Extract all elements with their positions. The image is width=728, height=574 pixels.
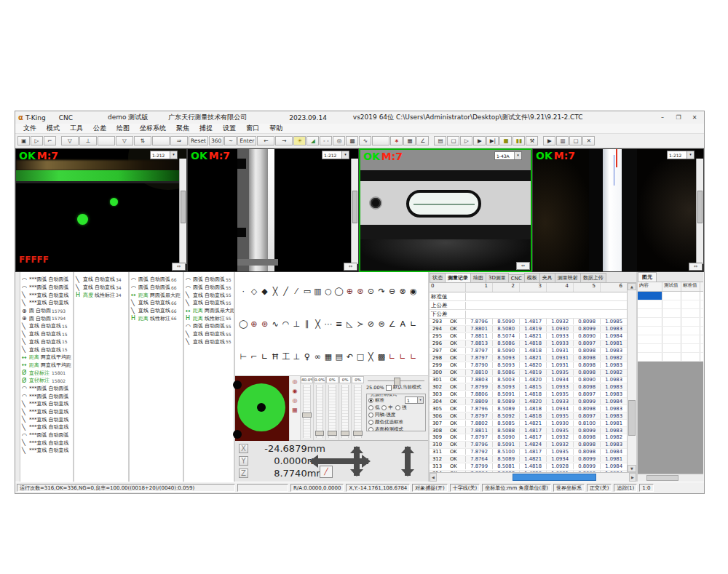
table-row[interactable]: 294OK7.88018.50801.48191.09300.80991.098… — [430, 326, 627, 333]
list-item[interactable]: ╲***直线自动直线 — [20, 447, 73, 455]
slope-chart-button[interactable]: ╱ — [320, 466, 333, 478]
list-item[interactable]: ◠***圆弧自动圆弧 — [20, 385, 73, 393]
camera4-resize-button[interactable]: ⇔ — [689, 263, 703, 271]
scroll-thumb[interactable] — [646, 475, 678, 481]
tab-数据上传[interactable]: 数据上传 — [580, 273, 606, 282]
list-item[interactable]: ◠***圆弧自动圆弧 — [20, 276, 73, 284]
slider-thumb[interactable] — [302, 412, 312, 418]
special-row-下公差[interactable]: 下公差 — [430, 310, 627, 319]
menu-item-7[interactable]: 捕捉 — [194, 124, 218, 133]
list-item[interactable]: ◠圆弧自动圆弧55 — [184, 276, 234, 284]
radio-option[interactable]: 表面检测模式 — [368, 426, 403, 432]
list-item[interactable]: ⊕圆自动圆15793 — [20, 307, 73, 315]
tool-icon[interactable]: ▭ — [302, 287, 313, 296]
tool-icon[interactable]: Ħ — [270, 352, 281, 362]
list-item[interactable]: ◠圆弧自动圆弧55 — [184, 284, 234, 292]
toolbar-save-3-button[interactable]: ▥ — [556, 136, 569, 146]
toolbar-new-path-button[interactable]: ⌐ — [44, 136, 56, 146]
slider-track[interactable] — [354, 385, 362, 438]
tool-icon[interactable]: ◉ — [408, 287, 419, 296]
detail-header-标准值[interactable]: 标准值 — [681, 282, 700, 291]
tab-模板[interactable]: 模板 — [524, 273, 540, 282]
toolbar-image-view-button[interactable]: ◢ — [306, 136, 319, 146]
tool-icon[interactable]: ▩ — [376, 352, 387, 362]
special-row-标准值[interactable]: 标准值 — [430, 292, 627, 301]
slider-track[interactable] — [316, 385, 324, 438]
detail-cell[interactable] — [638, 335, 662, 343]
toolbar-play-button[interactable]: ▶ — [473, 136, 486, 146]
detail-row[interactable] — [638, 353, 703, 362]
list-item[interactable]: ╲直线自动直线15 — [20, 346, 73, 354]
tool-icon[interactable]: ⋯ — [323, 319, 334, 329]
table-row[interactable]: 302OK7.87998.50931.48151.09330.80981.098… — [430, 383, 627, 391]
default-mode-checkbox[interactable] — [386, 385, 392, 391]
table-row[interactable]: 298OK7.87978.50931.48211.09310.80981.098… — [430, 355, 627, 362]
toolbar-dither-button[interactable]: ▦ — [403, 136, 416, 146]
tab-CNC[interactable]: CNC — [508, 274, 525, 282]
list-item[interactable]: ╲***直线自动直线 — [20, 400, 73, 408]
list-item[interactable]: ╲直线自动直线55 — [184, 299, 234, 307]
table-vscrollbar[interactable]: ▲ ▼ — [627, 283, 636, 472]
table-row[interactable]: 299OK7.87908.50931.48201.09310.80981.098… — [430, 362, 627, 370]
jog-z-arrow[interactable] — [405, 447, 411, 476]
detail-row[interactable] — [638, 292, 703, 300]
list-item[interactable]: ╲直线自动直线66 — [130, 307, 183, 315]
list-item[interactable]: ╲***直线自动直线 — [20, 291, 73, 299]
mode-dropdown[interactable]: 1▾ — [405, 396, 424, 404]
table-row[interactable]: 306OK7.87978.50921.48181.09350.80971.098… — [430, 412, 627, 420]
tab-夹具[interactable]: 夹具 — [539, 273, 555, 282]
chevron-down-icon[interactable]: ▾ — [687, 151, 694, 159]
table-row[interactable]: 305OK7.87968.50891.48181.09340.80981.098… — [430, 405, 627, 412]
tool-icon[interactable]: A — [397, 319, 408, 329]
detail-row[interactable] — [638, 344, 703, 353]
tool-icon[interactable]: ∟ — [387, 352, 397, 362]
toolbar-probe-button[interactable]: ⊥ — [79, 136, 97, 146]
table-row[interactable]: 295OK7.88118.50741.48211.09330.80901.098… — [430, 333, 627, 340]
table-row[interactable]: 297OK7.87978.50901.48181.09310.80981.098… — [430, 348, 627, 355]
list-item[interactable]: ◠圆弧自动圆弧66 — [130, 284, 183, 292]
tool-icon[interactable]: ∥ — [302, 319, 313, 329]
detail-cell[interactable] — [638, 353, 662, 361]
tool-icon[interactable]: ◠ — [280, 319, 291, 329]
list-item[interactable]: ╲直线自动直线15 — [20, 330, 73, 338]
tab-绘图[interactable]: 绘图 — [470, 273, 486, 282]
toolbar-close-x-button[interactable]: ✕ — [582, 136, 595, 146]
list-item[interactable]: H高度线性标注34 — [74, 291, 128, 299]
scroll-thumb-blue[interactable] — [513, 474, 597, 481]
camera1-vscrollbar[interactable] — [179, 159, 186, 264]
tool-icon[interactable]: ⊕ — [344, 287, 355, 296]
detail-hscrollbar[interactable] — [638, 474, 703, 482]
toolbar-reset-button[interactable]: Reset — [189, 136, 208, 146]
tool-icon[interactable]: ≡ — [333, 319, 344, 329]
list-item[interactable]: ╲***直线自动直线 — [20, 423, 73, 431]
table-hscrollbar[interactable]: ◀ ▶ — [430, 472, 636, 482]
toolbar-blank-a-button[interactable] — [98, 136, 115, 146]
camera-view-4[interactable]: OKM:7 1-212 ▾ ⇔ — [532, 148, 704, 272]
toolbar-arrow-right-button[interactable]: → — [275, 136, 293, 146]
toolbar-shield-button[interactable]: ▽ — [61, 136, 79, 146]
toolbar-probe-2-button[interactable]: ▽ — [116, 136, 133, 146]
detail-header-测试值[interactable]: 测试值 — [662, 282, 681, 291]
light-slider-4[interactable]: 0% — [339, 376, 352, 440]
measurement-grid[interactable]: 0123456标准值上公差下公差293OK7.87968.50901.48171… — [430, 283, 627, 472]
tool-icon[interactable]: ▤ — [333, 352, 344, 362]
table-row[interactable]: 313OK7.87998.50811.48181.09280.80991.098… — [430, 463, 627, 471]
tab-3D测量[interactable]: 3D测量 — [486, 273, 509, 282]
camera2-vscrollbar[interactable] — [351, 159, 358, 264]
menu-item-3[interactable]: 公差 — [88, 124, 111, 133]
tool-icon[interactable]: ⊢ — [238, 352, 249, 362]
lamp-preview[interactable] — [235, 376, 289, 441]
scroll-left-icon[interactable]: ◀ — [430, 473, 437, 482]
radio-option[interactable]: 同轴-强度 — [368, 412, 395, 418]
scroll-down-icon[interactable]: ▼ — [628, 465, 636, 472]
light-slider-2[interactable]: 0.0% — [313, 376, 326, 440]
toolbar-chart-tool-button[interactable]: ∠ — [416, 136, 429, 146]
slider-thumb[interactable] — [353, 431, 363, 436]
list-item[interactable]: ╲***直线自动直线 — [20, 415, 73, 423]
menu-item-5[interactable]: 坐标系统 — [135, 124, 171, 133]
toolbar-print-button[interactable]: ▢ — [569, 136, 582, 146]
table-row[interactable]: 296OK7.88138.50861.48181.09330.80971.098… — [430, 340, 627, 348]
slider-track[interactable] — [328, 385, 336, 438]
detail-table[interactable]: 内容测试值标准值 — [638, 282, 703, 362]
radio-option[interactable]: 颜色优选标准 — [368, 419, 403, 426]
